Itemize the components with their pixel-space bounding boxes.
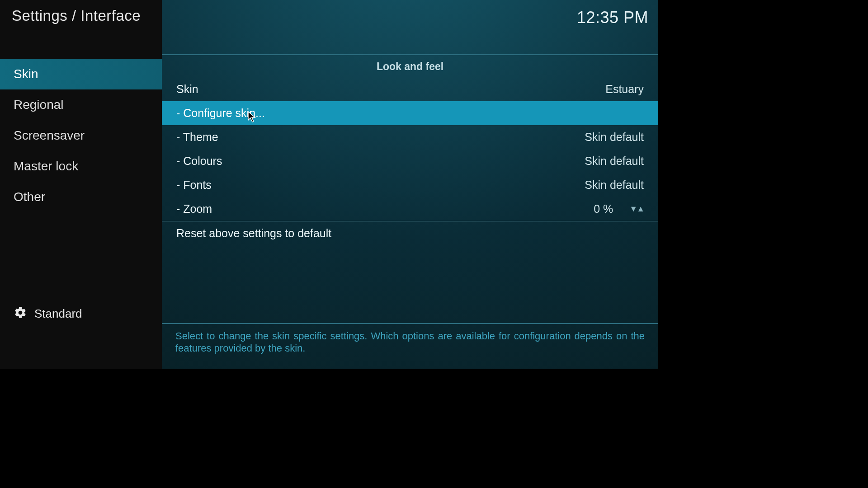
setting-value: Skin default xyxy=(585,131,644,144)
section-header: Look and feel xyxy=(162,55,658,77)
setting-label: Skin xyxy=(176,83,198,96)
setting-row-zoom[interactable]: - Zoom 0 % ▼▲ xyxy=(162,197,658,221)
setting-label: Reset above settings to default xyxy=(176,227,331,240)
settings-content: Look and feel Skin Estuary - Configure s… xyxy=(162,54,658,245)
gear-icon xyxy=(14,306,27,321)
sidebar-item-label: Other xyxy=(14,190,45,204)
setting-value: Estuary xyxy=(605,83,644,96)
setting-label: - Fonts xyxy=(176,178,212,192)
setting-label: - Theme xyxy=(176,131,218,144)
setting-label: - Colours xyxy=(176,155,222,168)
setting-label: - Zoom xyxy=(176,202,212,216)
sidebar: Settings / Interface Skin Regional Scree… xyxy=(0,0,162,369)
sidebar-items: Skin Regional Screensaver Master lock Ot… xyxy=(0,59,162,212)
main-panel: 12:35 PM Look and feel Skin Estuary - Co… xyxy=(162,0,658,369)
app-root: Settings / Interface Skin Regional Scree… xyxy=(0,0,658,369)
clock: 12:35 PM xyxy=(577,8,648,27)
spinner[interactable]: 0 % ▼▲ xyxy=(594,202,644,216)
breadcrumb: Settings / Interface xyxy=(12,7,141,24)
setting-label: - Configure skin... xyxy=(176,107,265,120)
setting-value: Skin default xyxy=(585,178,644,192)
setting-description: Select to change the skin specific setti… xyxy=(162,323,658,354)
setting-row-colours[interactable]: - Colours Skin default xyxy=(162,149,658,173)
setting-row-reset[interactable]: Reset above settings to default xyxy=(162,221,658,245)
settings-level-button[interactable]: Standard xyxy=(14,306,82,321)
sidebar-item-label: Master lock xyxy=(14,159,78,174)
setting-row-skin[interactable]: Skin Estuary xyxy=(162,77,658,101)
setting-value: Skin default xyxy=(585,155,644,168)
sidebar-item-skin[interactable]: Skin xyxy=(0,59,162,89)
setting-row-fonts[interactable]: - Fonts Skin default xyxy=(162,173,658,197)
sidebar-item-master-lock[interactable]: Master lock xyxy=(0,151,162,182)
settings-level-label: Standard xyxy=(34,307,82,321)
setting-row-theme[interactable]: - Theme Skin default xyxy=(162,125,658,149)
sidebar-item-screensaver[interactable]: Screensaver xyxy=(0,120,162,151)
setting-value: 0 % xyxy=(594,202,613,216)
spinner-arrows-icon[interactable]: ▼▲ xyxy=(629,204,644,214)
sidebar-item-regional[interactable]: Regional xyxy=(0,89,162,120)
setting-row-configure-skin[interactable]: - Configure skin... xyxy=(162,101,658,125)
sidebar-item-label: Screensaver xyxy=(14,128,85,143)
sidebar-item-other[interactable]: Other xyxy=(0,182,162,212)
sidebar-item-label: Regional xyxy=(14,98,64,112)
header: Settings / Interface xyxy=(0,0,162,32)
sidebar-item-label: Skin xyxy=(14,67,38,81)
